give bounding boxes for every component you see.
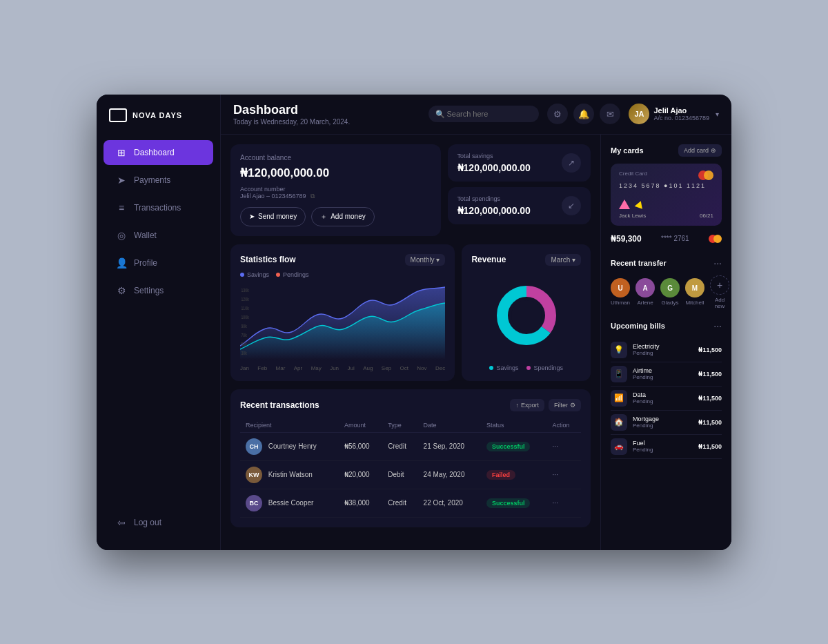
logout-icon: ⇦ xyxy=(116,517,127,528)
sidebar-item-transactions[interactable]: ≡ Transactions xyxy=(103,195,213,220)
recipient-cell: CH Courtney Henry xyxy=(240,432,339,460)
spendings-card: Total spendings ₦120,000,000.00 ↙ xyxy=(448,187,591,224)
bill-amount: ₦11,500 xyxy=(698,419,722,426)
avatar: JA xyxy=(629,104,649,124)
sidebar-item-profile[interactable]: 👤 Profile xyxy=(103,251,213,275)
chart-legend: Savings Pendings xyxy=(240,271,445,278)
page-title-block: Dashboard Today is Wednesday, 20 March, … xyxy=(233,103,420,126)
upcoming-bills-title: Upcoming bills xyxy=(611,322,665,330)
bill-icon: 💡 xyxy=(611,342,627,358)
date-cell: 22 Oct, 2020 xyxy=(418,489,481,517)
bill-name: Airtime xyxy=(633,367,693,374)
transfer-person[interactable]: G Gladys xyxy=(660,278,680,306)
savings-dot-rev xyxy=(489,366,493,370)
transfer-name: Uthman xyxy=(611,300,630,306)
send-money-button[interactable]: ➤ Send money xyxy=(240,207,306,226)
export-button[interactable]: ↑ Export xyxy=(510,399,544,411)
savings-amount: ₦120,000,000.00 xyxy=(457,162,531,173)
account-label: Account number xyxy=(240,186,286,193)
card-decoration-pink xyxy=(619,199,630,209)
bills-more-icon[interactable]: ··· xyxy=(713,320,722,331)
filter-button[interactable]: Filter ⚙ xyxy=(549,399,581,411)
sidebar-item-dashboard[interactable]: ⊞ Dashboard xyxy=(103,140,213,165)
my-cards-section: My cards Add card ⊕ Credit Card xyxy=(611,144,722,246)
upcoming-bills-section: Upcoming bills ··· 💡 Electricity Pending… xyxy=(611,320,722,459)
legend-savings: Savings xyxy=(240,271,269,278)
logout-button[interactable]: ⇦ Log out xyxy=(103,510,213,535)
more-options-icon[interactable]: ··· xyxy=(713,257,722,269)
transactions-table: Recipient Amount Type Date Status Action… xyxy=(240,418,581,518)
page-title: Dashboard xyxy=(233,103,420,117)
legend-savings-revenue: Savings xyxy=(489,364,518,371)
plus-circle-icon: ⊕ xyxy=(711,147,716,154)
recent-transfer-header: Recent transfer ··· xyxy=(611,257,722,269)
bill-status: Pending xyxy=(633,350,693,356)
bill-item: 📶 Data Pending ₦11,500 xyxy=(611,387,722,411)
txn-avatar: CH xyxy=(246,438,262,455)
transactions-title: Recent transactions xyxy=(240,400,319,410)
transfer-person[interactable]: A Arlene xyxy=(635,278,655,306)
recipient-cell: KW Kristin Watson xyxy=(240,460,339,489)
transfer-person[interactable]: U Uthman xyxy=(611,278,630,306)
transfer-person[interactable]: + Add new xyxy=(710,275,729,309)
notifications-button[interactable]: 🔔 xyxy=(573,104,594,124)
bill-item: 🏠 Mortgage Pending ₦11,500 xyxy=(611,411,722,435)
balance-card: Account balance ₦120,000,000.00 Account … xyxy=(230,144,441,236)
card-bottom-row: Jack Lewis 06/21 xyxy=(619,213,713,219)
chart-filter-button[interactable]: Monthly ▾ xyxy=(405,254,446,266)
sidebar-item-wallet[interactable]: ◎ Wallet xyxy=(103,223,213,248)
card-decoration-yellow xyxy=(635,199,645,209)
messages-button[interactable]: ✉ xyxy=(600,104,620,124)
mastercard-logo xyxy=(698,170,713,180)
search-input[interactable] xyxy=(428,106,539,122)
user-name: Jelil Ajao xyxy=(653,106,709,115)
legend-spendings-revenue: Spendings xyxy=(526,364,563,371)
sidebar-item-settings[interactable]: ⚙ Settings xyxy=(103,278,213,303)
filter-icon: ⚙ xyxy=(570,402,575,409)
type-cell: Credit xyxy=(382,432,417,460)
credit-card: Credit Card 1234 5678 ●101 1121 J xyxy=(611,164,722,226)
date-cell: 24 May, 2020 xyxy=(418,460,481,489)
chart-header: Statistics flow Monthly ▾ xyxy=(240,254,445,266)
sidebar-item-label: Payments xyxy=(134,175,170,185)
action-cell[interactable]: ··· xyxy=(547,432,581,460)
add-money-button[interactable]: ＋ Add money xyxy=(311,207,375,226)
transfer-avatar: M xyxy=(685,278,704,297)
user-profile[interactable]: JA Jelil Ajao A/c no. 0123456789 ▾ xyxy=(629,104,719,124)
settings-button[interactable]: ⚙ xyxy=(547,104,568,124)
card-mc-small xyxy=(709,235,722,243)
date-cell: 21 Sep, 2020 xyxy=(418,432,481,460)
type-cell: Credit xyxy=(382,489,417,517)
dashboard-icon: ⊞ xyxy=(116,147,127,158)
add-card-button[interactable]: Add card ⊕ xyxy=(678,144,722,157)
copy-icon[interactable]: ⧉ xyxy=(310,193,315,199)
status-cell: Failed xyxy=(481,460,547,489)
svg-text:120k: 120k xyxy=(241,296,249,302)
action-cell[interactable]: ··· xyxy=(547,460,581,489)
svg-text:110k: 110k xyxy=(241,305,249,311)
svg-text:100k: 100k xyxy=(241,314,249,320)
bill-name: Data xyxy=(633,391,693,398)
balance-amount: ₦120,000,000.00 xyxy=(240,166,431,180)
revenue-filter-button[interactable]: March ▾ xyxy=(545,254,581,266)
profile-icon: 👤 xyxy=(116,257,127,269)
add-new-button[interactable]: + xyxy=(710,275,729,295)
recipient-name: Bessie Cooper xyxy=(268,498,314,506)
transactions-header: Recent transactions ↑ Export Filter ⚙ xyxy=(240,399,581,411)
col-date: Date xyxy=(418,418,481,433)
bill-icon: 🏠 xyxy=(611,414,627,431)
col-action: Action xyxy=(547,418,581,433)
col-recipient: Recipient xyxy=(240,418,339,433)
bill-icon: 🚗 xyxy=(611,438,627,455)
chevron-down-icon: ▾ xyxy=(716,110,719,118)
transfer-person[interactable]: M Mitchell xyxy=(685,278,704,306)
action-cell[interactable]: ··· xyxy=(547,489,581,517)
transfer-avatar: U xyxy=(611,278,630,297)
amount-cell: ₦20,000 xyxy=(339,460,382,489)
bills-list: 💡 Electricity Pending ₦11,500 📱 Airtime … xyxy=(611,338,722,459)
status-cell: Successful xyxy=(481,432,547,460)
bill-icon: 📱 xyxy=(611,366,627,382)
sidebar-item-payments[interactable]: ➤ Payments xyxy=(103,168,213,193)
settings-icon: ⚙ xyxy=(116,285,127,296)
bill-status: Pending xyxy=(633,398,693,404)
